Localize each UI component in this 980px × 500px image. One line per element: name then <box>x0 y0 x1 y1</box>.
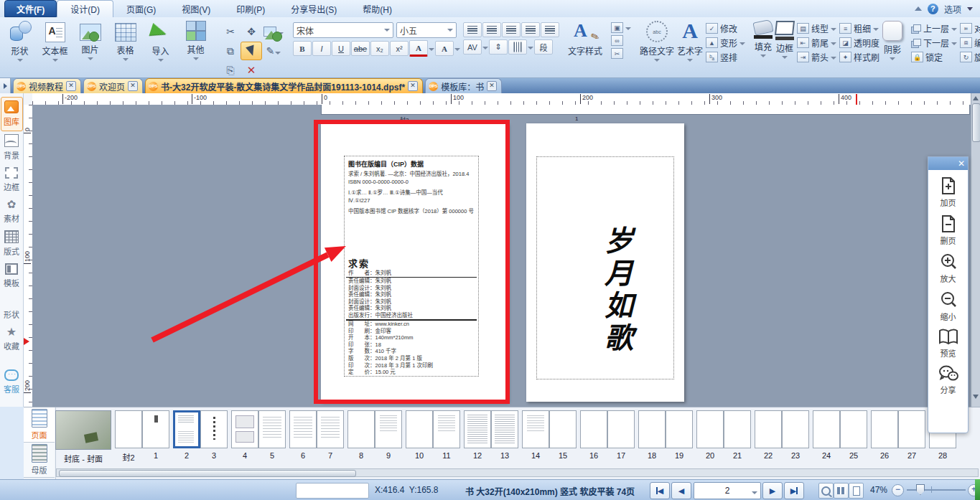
italic-button[interactable]: I <box>312 41 331 56</box>
modify-button[interactable]: ✓修改 <box>706 22 745 34</box>
send-backward-button[interactable]: 下一层 <box>911 37 957 49</box>
scrollbar-thumb[interactable] <box>972 103 980 142</box>
arrow-head-button[interactable]: ⇥箭头 <box>797 51 836 63</box>
collapse-ribbon-icon[interactable] <box>915 6 922 11</box>
shapes-button[interactable]: 形状 <box>3 19 37 62</box>
bring-forward-button[interactable]: 上一层 <box>911 22 957 34</box>
highlight-color-button[interactable]: A <box>435 41 454 56</box>
doc-tab-video-tutorial[interactable]: DPS 视频教程 ✕ <box>13 78 81 93</box>
scroll-down-icon[interactable] <box>973 395 979 399</box>
sidebar-item-gallery[interactable]: 图库 <box>1 97 23 131</box>
single-page-view-button[interactable] <box>849 483 864 499</box>
textbox-button[interactable]: 文本框 <box>38 19 72 62</box>
align-left-button[interactable] <box>463 22 482 37</box>
zoom-tool-button[interactable] <box>818 483 834 499</box>
pick-image-button[interactable] <box>263 22 284 41</box>
subscript-button[interactable]: x₂ <box>370 41 389 56</box>
tab-close-icon[interactable]: ✕ <box>408 81 418 91</box>
thumbnail-page[interactable]: 21 <box>724 410 751 460</box>
link-frames-button[interactable]: ∞ <box>611 35 631 46</box>
arrow-tail-button[interactable]: ⇤箭尾 <box>797 37 836 49</box>
panel-toggle-button[interactable] <box>0 78 11 93</box>
text-style-button[interactable]: A✎ 文字样式 <box>568 19 602 76</box>
font-size-combo[interactable]: 小五 <box>396 22 457 38</box>
copy-button[interactable]: ⧉ <box>221 42 240 60</box>
spread-view-button[interactable] <box>834 483 849 499</box>
thumbnail-page[interactable]: 22 <box>755 410 782 460</box>
last-page-button[interactable]: ▶ <box>784 482 804 499</box>
thumbnail-page[interactable]: 16 <box>580 410 607 460</box>
cut-button[interactable]: ✂ <box>221 22 240 41</box>
menu-view[interactable]: 视图(V) <box>169 1 223 17</box>
close-icon[interactable]: ✕ <box>958 159 965 169</box>
thumbnail-page[interactable]: 24 <box>813 410 840 460</box>
bold-button[interactable]: B <box>293 41 312 56</box>
doc-tab-welcome[interactable]: DPS 欢迎页 ✕ <box>83 78 143 93</box>
thumbnail-page[interactable]: 17 <box>607 410 635 460</box>
tab-close-icon[interactable]: ✕ <box>128 81 138 91</box>
sidebar-item-shapes[interactable]: 形状 <box>1 292 23 324</box>
thumbnail-page[interactable]: 19 <box>666 410 693 460</box>
thumbnail-strip[interactable]: 封底 - 封面 封2 1 2 3 4 5 6 7 8 9 <box>56 410 960 466</box>
align-justify-button[interactable] <box>521 22 540 37</box>
paragraph-settings-button[interactable]: 段 <box>534 39 553 55</box>
menu-file[interactable]: 文件(F) <box>4 0 57 17</box>
doc-tab-template-library[interactable]: DPS 模板库：书 ✕ <box>425 78 502 93</box>
pages-tab[interactable]: 页面 <box>24 407 55 443</box>
align-center-button[interactable] <box>482 22 501 37</box>
tab-close-icon[interactable]: ✕ <box>66 81 76 91</box>
thumbnail-cover[interactable]: 封底 - 封面 <box>56 410 111 464</box>
select-tool-button[interactable] <box>241 42 262 60</box>
paste-button[interactable]: ⎘ <box>221 61 240 80</box>
group-button[interactable]: ⧈编组 <box>960 37 980 49</box>
thumbnail-horizontal-scrollbar[interactable] <box>56 468 979 477</box>
char-spacing-button[interactable]: AV <box>463 39 482 55</box>
zoom-slider-thumb[interactable] <box>916 484 925 495</box>
thumbnail-page[interactable]: 封2 <box>115 410 142 463</box>
lock-button[interactable]: 🔒锁定 <box>911 51 957 63</box>
thumbnail-page[interactable]: 14 <box>522 410 549 460</box>
zoom-out-button[interactable]: 缩小 <box>928 291 968 322</box>
sidebar-item-material[interactable]: ✿素材 <box>1 196 23 227</box>
options-button[interactable]: 选项 <box>944 3 961 15</box>
menu-print[interactable]: 印刷(P) <box>223 1 278 17</box>
thumbnail-page[interactable]: 15 <box>549 410 577 460</box>
thumbnail-page[interactable]: 5 <box>258 410 286 460</box>
table-button[interactable]: 表格 <box>108 19 142 61</box>
sidebar-item-border[interactable]: 边框 <box>1 164 23 196</box>
format-brush-button[interactable]: ✎ <box>263 42 284 60</box>
shadow-button[interactable]: 阴影 <box>882 19 902 76</box>
path-text-button[interactable]: abc 路径文字 <box>640 19 674 76</box>
unlink-frames-button[interactable]: ✂ <box>611 48 631 59</box>
align-right-button[interactable] <box>502 22 521 37</box>
thumbnail-page[interactable]: 8 <box>347 410 375 460</box>
prev-page-button[interactable]: ◀ <box>671 482 691 499</box>
thumbnail-page[interactable]: 25 <box>840 410 867 460</box>
transform-button[interactable]: ▲变形 <box>706 37 745 49</box>
preview-button[interactable]: 预览 <box>928 329 968 359</box>
other-button[interactable]: 其他 <box>179 19 213 60</box>
picture-button[interactable]: 图片 <box>73 19 107 60</box>
thumbnail-page[interactable]: 20 <box>696 410 724 460</box>
menu-share-export[interactable]: 分享导出(S) <box>278 1 350 17</box>
delete-button[interactable]: ✕ <box>241 61 262 80</box>
sidebar-item-support[interactable]: 客服 <box>1 365 23 398</box>
menu-help[interactable]: 帮助(H) <box>350 1 405 17</box>
thumbnail-page[interactable]: 11 <box>433 410 460 460</box>
canvas[interactable]: 封2 1 图书在版编目（CIP）数据 求索 / 朱刘帆著. —北京：中国经济出版… <box>32 105 971 407</box>
zoom-in-button[interactable]: 放大 <box>928 253 968 284</box>
rotate-button[interactable]: ↻旋转 <box>960 51 980 63</box>
text-wrap-button[interactable]: ▣ <box>611 22 631 33</box>
word-art-button[interactable]: A 艺术字 <box>677 19 703 76</box>
import-button[interactable]: 导入 <box>144 19 177 62</box>
font-color-button[interactable]: A <box>409 40 428 57</box>
share-button[interactable]: 分享 <box>928 365 968 395</box>
scroll-up-icon[interactable] <box>973 96 979 100</box>
thumbnail-page[interactable]: 10 <box>406 410 433 460</box>
thumbnail-page[interactable]: 3 <box>200 410 228 460</box>
thumbnail-page[interactable]: 4 <box>231 410 258 460</box>
vertical-text-button[interactable]: ᵇₐ竖排 <box>706 51 745 63</box>
horizontal-ruler[interactable]: -200 -100 0 100 200 300 400 <box>32 93 971 105</box>
pan-hand-button[interactable]: ✥ <box>241 22 262 41</box>
zoom-slider-track[interactable] <box>907 489 966 491</box>
